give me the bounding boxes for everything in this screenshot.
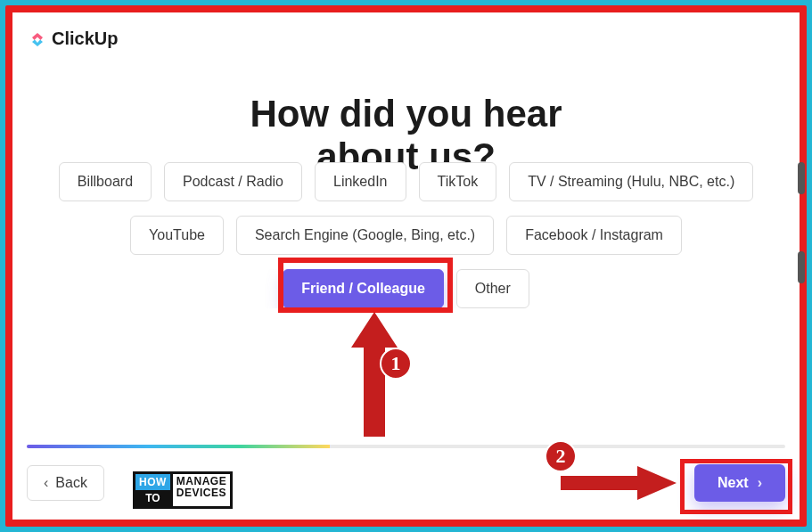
annotated-frame: ClickUp How did you hear about us? Billb…: [5, 5, 807, 527]
options-row-3: Friend / Colleague Other: [48, 269, 764, 308]
option-podcast-radio[interactable]: Podcast / Radio: [164, 162, 302, 201]
svg-marker-0: [351, 312, 398, 437]
progress-bar: [27, 445, 785, 448]
chevron-right-icon: ›: [758, 475, 762, 491]
option-friend-colleague[interactable]: Friend / Colleague: [283, 269, 444, 308]
watermark-line1: MANAGE: [176, 476, 226, 487]
option-search-engine[interactable]: Search Engine (Google, Bing, etc.): [236, 216, 494, 255]
onboarding-panel: ClickUp How did you hear about us? Billb…: [12, 12, 800, 520]
option-linkedin[interactable]: LinkedIn: [315, 162, 406, 201]
back-button-label: Back: [55, 475, 87, 491]
watermark-how: HOW: [135, 474, 170, 490]
option-tv-streaming[interactable]: TV / Streaming (Hulu, NBC, etc.): [509, 162, 753, 201]
option-other[interactable]: Other: [456, 269, 529, 308]
next-button[interactable]: Next ›: [694, 464, 785, 502]
heading-line-1: How did you hear: [250, 93, 562, 135]
clickup-logo-text: ClickUp: [52, 29, 118, 49]
option-facebook-instagram[interactable]: Facebook / Instagram: [506, 216, 682, 255]
scrollbar-stub: [798, 162, 805, 194]
watermark-to: TO: [135, 490, 170, 506]
progress-fill: [27, 445, 330, 448]
option-billboard[interactable]: Billboard: [59, 162, 152, 201]
clickup-logo-icon: [29, 30, 46, 48]
watermark-line2: DEVICES: [176, 487, 226, 499]
options-row-1: Billboard Podcast / Radio LinkedIn TikTo…: [48, 162, 764, 201]
watermark-logo: HOW TO MANAGE DEVICES: [133, 471, 233, 509]
option-youtube[interactable]: YouTube: [130, 216, 224, 255]
clickup-logo: ClickUp: [29, 29, 118, 49]
back-button[interactable]: ‹ Back: [27, 465, 104, 501]
watermark-right: MANAGE DEVICES: [170, 474, 230, 506]
annotation-badge-1-text: 1: [391, 352, 401, 375]
next-button-label: Next: [718, 475, 749, 491]
options-row-2: YouTube Search Engine (Google, Bing, etc…: [48, 216, 764, 255]
watermark-left: HOW TO: [135, 474, 170, 506]
annotation-arrow-1: [348, 312, 401, 437]
annotation-badge-1: 1: [380, 348, 412, 380]
option-tiktok[interactable]: TikTok: [419, 162, 497, 201]
chevron-left-icon: ‹: [44, 475, 48, 491]
scrollbar-stub: [798, 251, 805, 283]
